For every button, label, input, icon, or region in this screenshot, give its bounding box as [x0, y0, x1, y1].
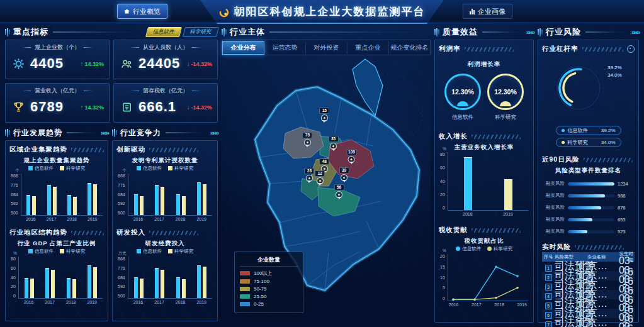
- kpi-cards: 规上企业数（个） 4405 ↑14.32% 从业人员数（人） 24405 ↓-1…: [5, 40, 218, 123]
- hatch-decoration: [584, 158, 633, 162]
- kpi-label: 留存税收（亿元）: [119, 86, 212, 95]
- bar: [134, 194, 138, 215]
- subsection-title: 税收贡献: [439, 226, 468, 235]
- leverage-legend-item: 信息软件39.2%: [556, 126, 621, 135]
- map-legend-item: 50-75: [240, 286, 298, 292]
- subsection-title: 近90日风险: [542, 155, 580, 164]
- pin-icon: [304, 139, 311, 146]
- bar: [93, 267, 97, 298]
- filter-信息软件[interactable]: 信息软件: [145, 27, 182, 37]
- industry-competitiveness-panel: 行业竞争力 创新驱动 发明专利累计授权数量信息软件科学研究个8687766845…: [112, 127, 218, 321]
- section-icon: [538, 28, 543, 36]
- bar: [32, 196, 36, 215]
- subsection-title: 创新驱动: [116, 145, 145, 154]
- map-legend-item: 100以上: [240, 270, 298, 277]
- trophy-icon: [11, 101, 26, 114]
- expand-icon[interactable]: [101, 129, 108, 136]
- hatch-decoration: [149, 231, 198, 235]
- filter-科学研究[interactable]: 科学研究: [183, 27, 219, 37]
- key-indicators-panel: 重点指标 信息软件科学研究 规上企业数（个） 4405 ↑14.32% 从业人员…: [5, 26, 218, 123]
- industry-entities-panel: 行业主体 企业分布运营态势对外投资重点企业规企变化排名: [222, 26, 431, 323]
- bar: [47, 185, 51, 215]
- tab-运营态势[interactable]: 运营态势: [264, 42, 306, 54]
- pin-icon: [317, 177, 324, 184]
- tab-重点企业[interactable]: 重点企业: [347, 42, 389, 54]
- marker-value: 56: [334, 184, 344, 191]
- map-marker[interactable]: 105: [346, 149, 357, 163]
- marker-value: 105: [346, 149, 357, 155]
- rnd-invest-chart: 研发经费投入信息软件科学研究万元868776684592500 20162017…: [116, 240, 213, 304]
- risk-bar-row: 融资风险 876: [543, 204, 633, 211]
- hatch-decoration: [149, 148, 198, 152]
- gauge-label: 科学研究: [487, 114, 524, 121]
- bar: [53, 187, 57, 215]
- risk-bar-row: 融资风险 523: [543, 228, 633, 235]
- section-icon: [434, 28, 439, 36]
- map-marker[interactable]: 35: [329, 136, 339, 150]
- map-marker[interactable]: 39: [339, 167, 349, 181]
- hatch-decoration: [472, 135, 521, 139]
- gear-icon: [11, 57, 26, 70]
- hatch-decoration: [582, 47, 624, 52]
- kpi-card: 从业人员数（人） 24405 ↓-14.32%: [113, 40, 218, 79]
- bar: [73, 197, 77, 215]
- pin-icon: [330, 143, 337, 150]
- bar: [72, 279, 76, 298]
- profit-gauge: 12.30% 科学研究: [487, 74, 524, 121]
- pin-icon: [341, 174, 347, 181]
- bar: [182, 279, 186, 298]
- bar: [51, 270, 55, 298]
- kpi-delta: ↑14.32%: [80, 104, 104, 111]
- kpi-value: 24405: [138, 55, 182, 72]
- bar: [45, 268, 49, 298]
- kpi-label: 从业人员数（人）: [119, 43, 212, 52]
- subsection-title: 利润率: [439, 45, 461, 53]
- bar: [197, 182, 201, 215]
- profit-gauge: 12.30% 信息软件: [444, 74, 481, 121]
- industry-entities-title: 行业主体: [230, 26, 265, 38]
- subsection-title: 研发投入: [116, 228, 145, 237]
- hatch-decoration: [71, 231, 104, 235]
- bar: [30, 279, 34, 298]
- map-marker[interactable]: 28: [304, 168, 314, 182]
- map-marker[interactable]: 15: [319, 108, 329, 121]
- map-marker[interactable]: 75: [302, 132, 312, 146]
- bar: [182, 196, 186, 215]
- tab-企业分布[interactable]: 企业分布: [222, 41, 264, 55]
- hatch-decoration: [71, 148, 104, 152]
- map-marker[interactable]: 56: [334, 184, 344, 198]
- pin-icon: [348, 156, 355, 163]
- bar: [25, 278, 28, 298]
- section-icon: [5, 28, 10, 36]
- indicator-filters: 信息软件科学研究: [147, 27, 218, 37]
- bar: [140, 196, 144, 215]
- gauge-value: 12.30%: [451, 88, 474, 96]
- risk-title: 行业风险: [546, 26, 581, 38]
- people-icon: [119, 57, 134, 70]
- page-title-text: 朝阳区科创规上企业大数据监测平台: [234, 6, 426, 18]
- map-marker[interactable]: 12: [315, 170, 325, 184]
- marker-value: 12: [315, 170, 325, 177]
- kpi-label: 规上企业数（个）: [11, 43, 104, 52]
- expand-icon[interactable]: [210, 129, 218, 136]
- dashboard-root: { "colors":{"cyan":"#35c8ff","yellow":"#…: [0, 0, 644, 327]
- tab-规企变化排名[interactable]: 规企变化排名: [389, 42, 430, 54]
- expand-icon[interactable]: [526, 28, 534, 36]
- tax-contribution-chart: 税收贡献占比信息软件科学研究%20151050 2016201720182019: [439, 237, 529, 307]
- info-icon[interactable]: [627, 45, 635, 53]
- nav-enterprise-profile[interactable]: 企业画像: [463, 4, 512, 19]
- gauge-value: 12.30%: [494, 88, 517, 96]
- subsection-title: 行业地区结构趋势: [9, 228, 67, 237]
- kpi-value: 666.1: [138, 99, 182, 115]
- divider: [166, 132, 207, 133]
- bar: [464, 157, 472, 210]
- divider: [67, 132, 98, 133]
- hatch-decoration: [575, 245, 624, 250]
- tab-对外投资[interactable]: 对外投资: [306, 42, 347, 54]
- expand-icon[interactable]: [631, 28, 639, 36]
- risk-rank-title: 风险类型事件数量排名: [542, 167, 635, 175]
- bar: [176, 277, 180, 298]
- divider: [269, 31, 431, 33]
- dev-trend-title: 行业发展趋势: [13, 128, 62, 138]
- map-legend-item: 75-100: [240, 279, 298, 284]
